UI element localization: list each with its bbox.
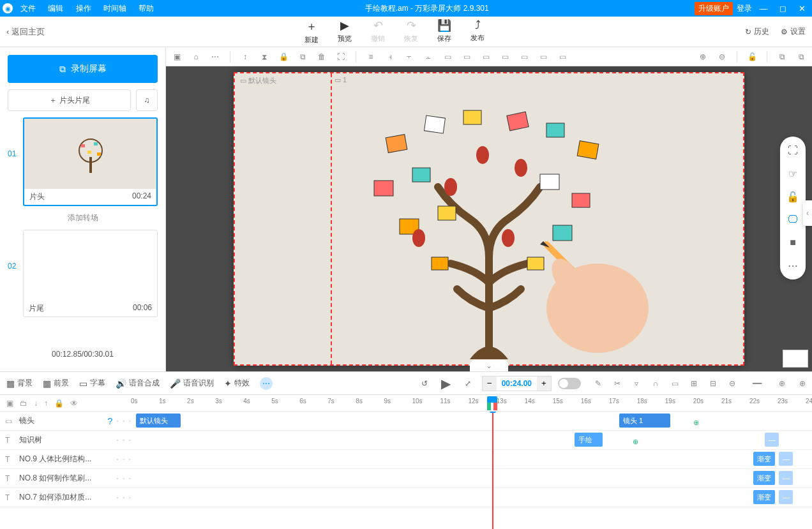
track-ctl2[interactable]: ◦	[123, 417, 125, 424]
track-ctl2[interactable]: ◦	[123, 436, 125, 443]
pointer-icon[interactable]: ▣	[170, 52, 184, 61]
canvas-paper[interactable]: ▭ 默认镜头 ▭ 1	[234, 72, 744, 366]
track-lane[interactable]: 默认镜头镜头 1⊕	[131, 412, 812, 430]
down-icon[interactable]: ↓	[34, 399, 38, 408]
track-ctl1[interactable]: ◦	[116, 475, 119, 482]
track-ctl2[interactable]: ◦	[123, 456, 125, 463]
box2-icon[interactable]: ⊞	[687, 379, 701, 388]
arrow-icon[interactable]: ↕	[238, 52, 252, 61]
copy2-icon[interactable]: ⧉	[775, 52, 789, 61]
timeline-block[interactable]: 渐变	[753, 471, 775, 485]
tab-字幕[interactable]: ▭字幕	[79, 378, 105, 389]
tab-背景[interactable]: ▦背景	[6, 378, 33, 389]
zoomin-icon[interactable]: ⊕	[775, 379, 789, 388]
lock3-icon[interactable]: 🔒	[54, 399, 64, 408]
menu-action[interactable]: 操作	[76, 4, 91, 13]
track-ctl1[interactable]: ◦	[116, 456, 119, 463]
timeline-block[interactable]: 默认镜头	[136, 414, 181, 428]
track-ctl2[interactable]: ◦	[123, 494, 125, 501]
music-button[interactable]: ♫	[136, 89, 158, 111]
back-home-button[interactable]: ‹ 返回主页	[6, 26, 45, 38]
crop-icon[interactable]: ⛶	[334, 52, 348, 61]
eye-icon[interactable]: 👁	[70, 399, 78, 408]
zoom-in-icon[interactable]: ⊕	[696, 52, 710, 61]
canvas[interactable]: ▭ 默认镜头 ▭ 1	[166, 66, 812, 371]
play-button[interactable]: ▶	[439, 376, 454, 391]
scene-card[interactable]: 片头00:24	[23, 117, 158, 206]
copy-icon[interactable]: ⧉	[296, 52, 310, 61]
fullscreen-icon[interactable]: ⛶	[785, 143, 801, 158]
toolbar-预览[interactable]: ▶预览	[338, 19, 352, 45]
toolbar-新建[interactable]: ＋新建	[304, 19, 319, 45]
up-icon[interactable]: ↑	[44, 399, 48, 408]
unlock-icon[interactable]: 🔓	[785, 189, 801, 204]
track-lane[interactable]: 渐变—	[131, 469, 812, 488]
align-4-icon[interactable]: ▭	[440, 52, 455, 61]
zoom-slider[interactable]: ━━	[744, 379, 770, 388]
head-tail-button[interactable]: ＋ 片头片尾	[8, 89, 131, 111]
timeline-block[interactable]: —	[779, 490, 793, 504]
filter-icon[interactable]: ▿	[629, 379, 643, 388]
track-ctl1[interactable]: ◦	[116, 417, 119, 424]
home-icon[interactable]: ⌂	[189, 52, 203, 61]
edit-icon[interactable]: ✎	[591, 379, 605, 388]
upgrade-button[interactable]: 升级账户	[695, 2, 733, 15]
track-ctl1[interactable]: ◦	[116, 436, 119, 443]
menu-help[interactable]: 帮助	[139, 4, 154, 13]
toggle-switch[interactable]	[558, 378, 581, 389]
zoom-out-icon[interactable]: ⊖	[715, 52, 729, 61]
time-plus-button[interactable]: +	[537, 376, 551, 391]
lock-icon[interactable]: 🔒	[276, 52, 290, 61]
record-screen-button[interactable]: ⧉ 录制屏幕	[8, 55, 158, 83]
zoomout-icon[interactable]: ⊖	[725, 379, 739, 388]
trash-icon[interactable]: 🗑	[315, 52, 329, 61]
align-2-icon[interactable]: ⫟	[402, 52, 416, 61]
menu-edit[interactable]: 编辑	[48, 4, 63, 13]
lock2-icon[interactable]: 🔓	[745, 52, 759, 61]
timeline-block[interactable]: 渐变	[753, 452, 775, 466]
align-5-icon[interactable]: ▭	[460, 52, 474, 61]
toolbar-保存[interactable]: 💾保存	[437, 19, 451, 45]
more2-icon[interactable]: ⋯	[785, 258, 801, 273]
magnet-icon[interactable]: ∩	[649, 379, 663, 388]
scene-card[interactable]: 片尾00:06	[23, 230, 158, 317]
menu-file[interactable]: 文件	[20, 4, 36, 13]
maximize-button[interactable]: ◻	[775, 4, 790, 13]
timeline-block[interactable]: —	[779, 452, 793, 466]
align-9-icon[interactable]: ▭	[536, 52, 550, 61]
track-ctl1[interactable]: ◦	[116, 494, 119, 501]
toolbar-设置[interactable]: ⚙设置	[781, 26, 806, 37]
timeline-block[interactable]: ⊕	[689, 415, 701, 429]
tab-语音合成[interactable]: 🔊语音合成	[116, 378, 160, 389]
tab-语音识别[interactable]: 🎤语音识别	[170, 378, 214, 389]
add-track-button[interactable]: ⊕	[799, 379, 806, 388]
folder-icon[interactable]: 🗀	[20, 399, 27, 408]
align-10-icon[interactable]: ▭	[555, 52, 569, 61]
minimize-button[interactable]: —	[756, 4, 771, 13]
align-left-icon[interactable]: ≡	[364, 52, 378, 61]
menu-timeline[interactable]: 时间轴	[103, 4, 126, 13]
dup-icon[interactable]: ⧉	[794, 52, 808, 61]
box3-icon[interactable]: ⊟	[706, 379, 720, 388]
timeline-block[interactable]: —	[765, 433, 779, 447]
login-button[interactable]: 登录	[737, 3, 752, 14]
minimap[interactable]	[783, 350, 808, 368]
expand-right-panel[interactable]: ‹	[803, 200, 812, 226]
tab-前景[interactable]: ▦前景	[43, 378, 69, 389]
add-transition-button[interactable]: 添加转场	[8, 212, 158, 223]
box1-icon[interactable]: ▭	[668, 379, 682, 388]
align-1-icon[interactable]: ⫞	[383, 52, 397, 61]
monitor-icon[interactable]: 🖵	[785, 212, 801, 227]
align-7-icon[interactable]: ▭	[498, 52, 512, 61]
edit-more-icon[interactable]: ⋯	[260, 377, 273, 390]
toolbar-历史[interactable]: ↻历史	[745, 26, 769, 37]
align-8-icon[interactable]: ▭	[517, 52, 531, 61]
toolbar-发布[interactable]: ⤴发布	[470, 19, 485, 45]
timeline-ruler[interactable]: 0s1s2s3s4s5s6s7s8s9s10s11s12s13s14s15s16…	[131, 395, 812, 411]
close-button[interactable]: ✕	[794, 4, 809, 13]
hourglass-icon[interactable]: ⧗	[257, 52, 271, 61]
help-icon[interactable]: ?	[108, 416, 113, 426]
canvas-collapse-tab[interactable]: ⌄	[470, 360, 508, 371]
timeline-block[interactable]: 镜头 1	[619, 414, 670, 428]
hand-icon[interactable]: ☞	[785, 166, 801, 181]
